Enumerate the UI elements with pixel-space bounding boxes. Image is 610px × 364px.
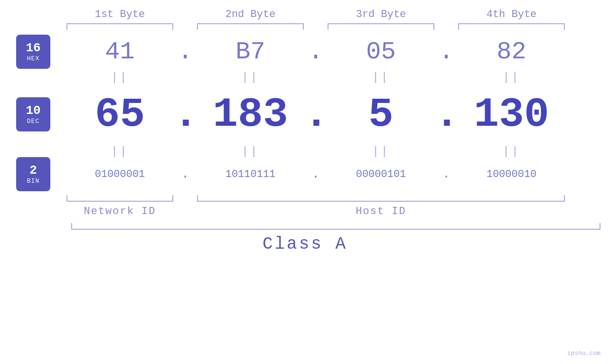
bin-badge: 2 BIN	[16, 157, 50, 191]
byte-label-2: 2nd Byte	[197, 9, 304, 20]
bin-val-1: 01000001	[66, 168, 173, 180]
equals-1: ||	[66, 71, 173, 84]
dec-section: 10 DEC 65 . 183 . 5 . 130	[0, 86, 610, 143]
watermark: ipshu.com	[567, 350, 601, 357]
dot-bin-2: .	[304, 167, 328, 181]
dec-val-3: 5	[328, 91, 434, 138]
hex-badge: 16 HEX	[16, 35, 50, 69]
bracket-top-3	[328, 23, 434, 30]
bin-badge-number: 2	[29, 164, 37, 177]
equals-7: ||	[328, 145, 434, 158]
hex-val-3: 05	[328, 38, 434, 66]
dot-dec-3: .	[434, 91, 458, 138]
byte-label-1: 1st Byte	[66, 9, 173, 20]
equals-4: ||	[458, 71, 565, 84]
host-bracket	[197, 195, 565, 202]
dec-badge-container: 10 DEC	[0, 97, 66, 131]
dot-dec-2: .	[304, 91, 328, 138]
byte-labels-row: 1st Byte 2nd Byte 3rd Byte 4th Byte	[0, 9, 610, 20]
byte-label-3: 3rd Byte	[328, 9, 434, 20]
top-brackets-row	[0, 23, 610, 30]
dec-val-4: 130	[458, 91, 565, 138]
equals-row-1: || || || ||	[0, 69, 610, 86]
bracket-top-1	[66, 23, 173, 30]
bracket-top-2	[197, 23, 304, 30]
equals-3: ||	[328, 71, 434, 84]
dot-bin-3: .	[434, 167, 458, 181]
equals-row-2: || || || ||	[0, 143, 610, 160]
dec-val-1: 65	[66, 91, 173, 138]
dec-badge: 10 DEC	[16, 97, 50, 131]
dot-hex-1: .	[173, 38, 197, 66]
id-labels-row: Network ID Host ID	[0, 205, 610, 217]
network-bracket	[66, 195, 173, 202]
dec-badge-number: 10	[26, 104, 40, 118]
equals-8: ||	[458, 145, 565, 158]
bin-val-2: 10110111	[197, 168, 304, 180]
bin-val-3: 00000101	[328, 168, 434, 180]
dec-badge-label: DEC	[27, 118, 39, 125]
network-id-label: Network ID	[66, 205, 173, 217]
equals-6: ||	[197, 145, 304, 158]
hex-badge-label: HEX	[27, 55, 39, 62]
host-id-label: Host ID	[197, 205, 565, 217]
equals-5: ||	[66, 145, 173, 158]
bin-badge-label: BIN	[27, 177, 39, 185]
dot-dec-1: .	[173, 91, 197, 138]
dot-hex-2: .	[304, 38, 328, 66]
bracket-top-4	[458, 23, 565, 30]
equals-2: ||	[197, 71, 304, 84]
bin-val-4: 10000010	[458, 168, 565, 180]
byte-label-4: 4th Byte	[458, 9, 565, 20]
class-label: Class A	[0, 234, 610, 254]
page-container: 1st Byte 2nd Byte 3rd Byte 4th Byte 16 H…	[0, 0, 610, 364]
hex-val-2: B7	[197, 38, 304, 66]
bottom-brackets-row	[0, 195, 610, 202]
dec-val-2: 183	[197, 91, 304, 138]
hex-badge-number: 16	[26, 41, 40, 55]
hex-val-1: 41	[66, 38, 173, 66]
hex-section: 16 HEX 41 . B7 . 05 . 82	[0, 35, 610, 69]
dot-hex-3: .	[434, 38, 458, 66]
bin-badge-container: 2 BIN	[0, 157, 66, 191]
hex-val-4: 82	[458, 38, 565, 66]
dot-bin-1: .	[173, 167, 197, 181]
hex-badge-container: 16 HEX	[0, 35, 66, 69]
class-bracket	[71, 223, 601, 230]
bin-section: 2 BIN 01000001 . 10110111 . 00000101 . 1…	[0, 160, 610, 188]
